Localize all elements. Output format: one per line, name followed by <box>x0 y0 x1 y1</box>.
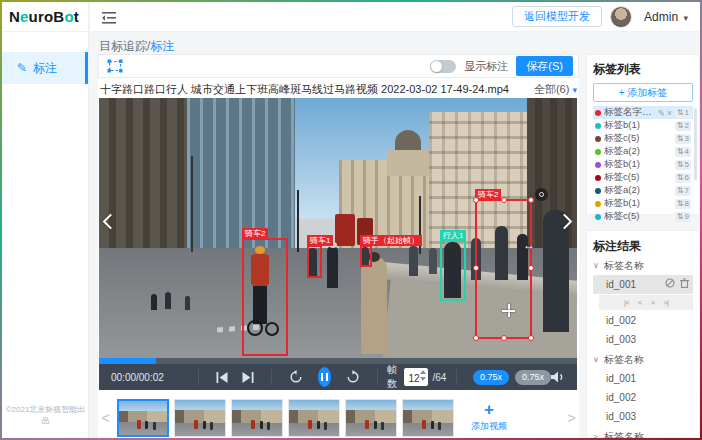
logo-text: o <box>64 8 73 25</box>
video-prev-arrow[interactable] <box>105 216 117 236</box>
menu-fold-icon[interactable] <box>102 10 116 28</box>
step-down-icon[interactable] <box>420 377 426 381</box>
result-group-header[interactable]: ∨ 标签名称 <box>593 256 693 275</box>
bbox-rider1[interactable]: 骑车1 <box>307 245 322 278</box>
stepper-arrows[interactable] <box>420 370 426 381</box>
pager-last[interactable]: >| <box>663 298 668 307</box>
resize-handle[interactable] <box>473 197 479 203</box>
save-button[interactable]: 保存(S) <box>516 56 573 76</box>
video-thumbnail[interactable] <box>117 399 169 437</box>
hide-icon[interactable] <box>665 275 675 294</box>
bbox-rider2[interactable]: 骑车2 <box>242 238 288 356</box>
volume-icon[interactable] <box>551 371 565 383</box>
tag-list-item[interactable]: 标签c(5) ⇅3 <box>593 132 693 145</box>
video-thumbnail[interactable] <box>288 399 340 437</box>
tag-list-item[interactable]: 标签c(5) ⇅6 <box>593 171 693 184</box>
scene-bus <box>335 214 355 246</box>
resize-handle[interactable] <box>473 265 479 271</box>
speed-pill-secondary[interactable]: 0.75x <box>515 370 551 385</box>
video-thumbnail[interactable] <box>231 399 283 437</box>
resize-handle[interactable] <box>473 335 479 341</box>
sort-icon: ⇅ <box>677 160 684 170</box>
rewind-icon[interactable] <box>289 370 303 384</box>
result-group-name: 标签名称 <box>604 430 644 439</box>
pager-prev[interactable]: < <box>638 298 642 307</box>
shortcut-number: 9 <box>685 212 689 222</box>
rect-select-tool-icon[interactable] <box>107 59 123 73</box>
bbox-rider2-selected[interactable]: 骑车2 <box>475 199 532 339</box>
filter-dropdown[interactable]: 全部(6) ▾ <box>534 82 577 97</box>
add-video-button[interactable]: + 添加视频 <box>460 396 518 439</box>
video-thumbnail[interactable] <box>174 399 226 437</box>
back-to-model-dev-button[interactable]: 返回模型开发 <box>512 6 602 27</box>
sort-icon: ⇅ <box>677 134 684 144</box>
top-bar: 返回模型开发 Admin ▾ <box>90 2 700 32</box>
step-up-icon[interactable] <box>420 370 426 374</box>
frame-number-stepper <box>404 368 428 386</box>
forward-icon[interactable] <box>346 370 360 384</box>
tag-list-item[interactable]: 标签a(2) ⇅4 <box>593 145 693 158</box>
resize-handle[interactable] <box>528 265 534 271</box>
result-item[interactable]: id_002 <box>593 311 693 330</box>
resize-handle[interactable] <box>528 335 534 341</box>
trash-icon[interactable] <box>680 275 689 294</box>
tag-shortcut-badge: ⇅2 <box>675 121 691 131</box>
breadcrumb: 目标追踪/标注 <box>99 38 174 55</box>
result-item-label: id_003 <box>606 407 636 426</box>
resize-handle[interactable] <box>501 335 507 341</box>
sort-icon: ⇅ <box>677 173 684 183</box>
tag-list-item[interactable]: 标签c(5) ⇅9 <box>593 210 693 223</box>
shortcut-number: 5 <box>685 160 689 170</box>
active-menu-indicator <box>85 52 88 84</box>
pager-next[interactable]: > <box>651 298 655 307</box>
show-annotation-toggle[interactable] <box>430 60 456 73</box>
video-next-arrow[interactable] <box>559 216 571 236</box>
sidebar-item-label: 标注 <box>33 61 57 75</box>
skip-end-icon[interactable] <box>242 372 254 383</box>
tag-list-item[interactable]: 标签名字最长数... ✎ × ⇅1 <box>593 106 693 119</box>
result-group-header[interactable]: > 标签名称 <box>593 427 693 438</box>
result-item[interactable]: id_003 <box>593 330 693 349</box>
result-group-header[interactable]: ∨ 标签名称 <box>593 350 693 369</box>
thumbs-prev-arrow[interactable]: < <box>99 410 112 426</box>
scrollbar[interactable] <box>694 108 697 180</box>
tag-list-item[interactable]: 标签b(1) ⇅2 <box>593 119 693 132</box>
result-item[interactable]: id_003 <box>593 407 693 426</box>
resize-handle[interactable] <box>528 197 534 203</box>
tag-label: 标签名字最长数... <box>604 106 656 119</box>
delete-icon[interactable]: × <box>667 108 672 118</box>
divider <box>456 369 457 385</box>
tag-color-dot <box>595 201 601 207</box>
result-item-label: id_001 <box>606 369 636 388</box>
video-thumbnail[interactable] <box>402 399 454 437</box>
avatar[interactable] <box>610 6 632 28</box>
tag-label: 标签c(5) <box>604 171 672 184</box>
resize-handle[interactable] <box>501 197 507 203</box>
edit-icon[interactable]: ✎ <box>658 108 665 118</box>
pause-button[interactable] <box>318 367 331 387</box>
speed-pill-active[interactable]: 0.75x <box>473 370 509 385</box>
video-thumbnail[interactable] <box>345 399 397 437</box>
tag-list-item[interactable]: 标签b(1) ⇅8 <box>593 197 693 210</box>
result-item-selected[interactable]: id_001 <box>593 275 693 294</box>
bbox-pedestrian1[interactable]: 行人1 <box>440 240 466 301</box>
skip-start-icon[interactable] <box>216 372 228 383</box>
sidebar-item-annotate[interactable]: ✎标注 <box>2 52 89 84</box>
player-controls: 00:00/00:02 帧数 /64 0.75x 0.75x <box>99 364 577 390</box>
sort-icon: ⇅ <box>677 108 684 118</box>
result-item[interactable]: id_001 <box>593 369 693 388</box>
divider <box>198 369 199 385</box>
add-tag-button[interactable]: + 添加标签 <box>593 83 693 102</box>
bbox-rider-startframe[interactable]: 骑手（起始帧） <box>360 245 372 267</box>
video-canvas[interactable]: 骑车2 骑车1 骑手（起始帧） 行人1 骑车2 <box>99 98 577 364</box>
tag-list-item[interactable]: 标签a(2) ⇅7 <box>593 184 693 197</box>
annotation-result-panel: 标注结果 ∨ 标签名称 id_001 |< < > >| id_002 id_0… <box>586 230 700 438</box>
pager-first[interactable]: |< <box>624 298 629 307</box>
breadcrumb-root[interactable]: 目标追踪 <box>99 39 147 53</box>
tag-label: 标签c(5) <box>604 210 672 223</box>
result-item[interactable]: id_002 <box>593 388 693 407</box>
tag-list-item[interactable]: 标签b(1) ⇅5 <box>593 158 693 171</box>
thumbs-next-arrow[interactable]: > <box>565 410 578 426</box>
user-menu[interactable]: Admin ▾ <box>644 10 688 24</box>
box-action-button[interactable] <box>535 188 548 201</box>
